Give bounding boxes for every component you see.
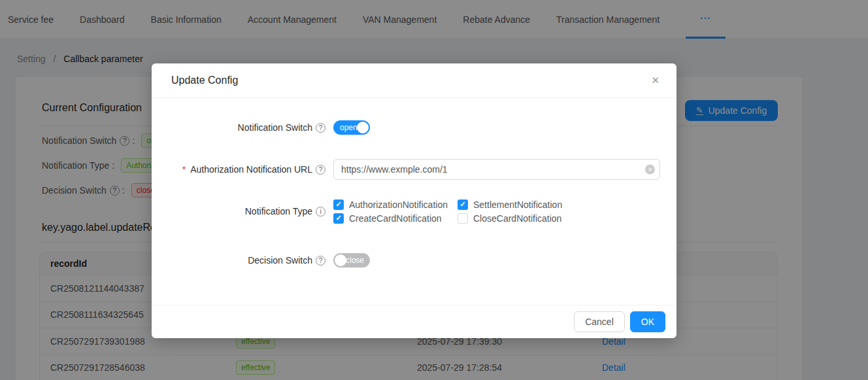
- checkbox-label: CreateCardNotification: [349, 213, 442, 224]
- notification-type-options: AuthorizationNotification SettlementNoti…: [333, 198, 562, 225]
- help-icon[interactable]: ?: [316, 123, 326, 133]
- field-label-text: Authorization Notification URL: [190, 164, 312, 175]
- info-icon[interactable]: i: [316, 207, 326, 216]
- field-label-notification-switch: Notification Switch ?: [152, 122, 326, 133]
- required-mark: *: [182, 164, 186, 175]
- modal-header: Update Config ✕: [152, 63, 676, 98]
- checkbox-checked-icon: [333, 213, 344, 224]
- update-config-modal: Update Config ✕ Notification Switch ? op…: [152, 63, 676, 338]
- checkbox-checked-icon: [333, 199, 344, 210]
- authorization-url-input[interactable]: [333, 159, 660, 180]
- field-label-notification-type: Notification Type i: [152, 206, 326, 216]
- modal-footer: Cancel OK: [152, 305, 676, 338]
- field-label-authorization-url: * Authorization Notification URL ?: [152, 164, 326, 175]
- decision-switch-toggle[interactable]: close: [333, 253, 370, 268]
- ok-button[interactable]: OK: [630, 311, 665, 332]
- field-label-decision-switch: Decision Switch ?: [152, 255, 326, 266]
- help-icon[interactable]: ?: [316, 256, 326, 266]
- close-icon[interactable]: ✕: [651, 75, 659, 86]
- checkbox-close-card-notification[interactable]: CloseCardNotification: [458, 211, 562, 225]
- switch-state-label: close: [346, 253, 364, 268]
- help-icon[interactable]: ?: [316, 165, 326, 175]
- field-label-text: Decision Switch: [248, 255, 312, 266]
- checkbox-create-card-notification[interactable]: CreateCardNotification: [333, 211, 458, 225]
- checkbox-label: CloseCardNotification: [473, 213, 561, 224]
- form-row-notification-type: Notification Type i AuthorizationNotific…: [152, 198, 661, 225]
- checkbox-authorization-notification[interactable]: AuthorizationNotification: [333, 198, 458, 211]
- switch-state-label: open: [340, 120, 358, 135]
- switch-knob: [357, 122, 369, 133]
- checkbox-label: AuthorizationNotification: [349, 199, 448, 210]
- field-label-text: Notification Switch: [238, 122, 312, 133]
- form-row-notification-switch: Notification Switch ? open: [152, 120, 661, 135]
- checkbox-checked-icon: [458, 199, 468, 210]
- cancel-button[interactable]: Cancel: [574, 311, 625, 332]
- form-row-authorization-url: * Authorization Notification URL ? ✕: [152, 159, 661, 180]
- checkbox-label: SettlementNotification: [473, 199, 562, 210]
- form-row-decision-switch: Decision Switch ? close: [152, 253, 661, 268]
- field-label-text: Notification Type: [245, 206, 312, 216]
- checkbox-unchecked-icon: [458, 213, 468, 224]
- notification-switch-toggle[interactable]: open: [333, 120, 370, 135]
- checkbox-settlement-notification[interactable]: SettlementNotification: [458, 198, 562, 211]
- modal-title: Update Config: [171, 63, 238, 97]
- clear-input-icon[interactable]: ✕: [645, 165, 655, 175]
- switch-knob: [335, 254, 346, 266]
